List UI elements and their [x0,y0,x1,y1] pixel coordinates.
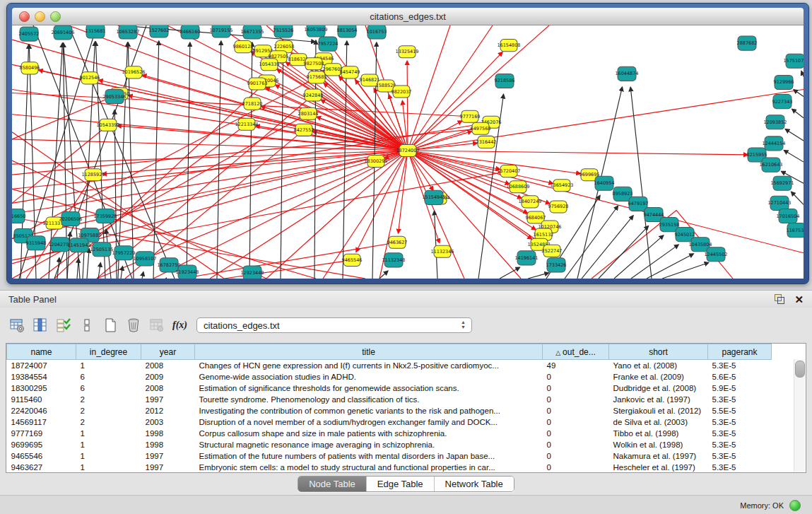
network-node[interactable]: 12445502 [704,247,727,262]
table-scrollbar-thumb[interactable] [795,361,805,378]
network-node[interactable]: 2405572 [19,27,40,41]
network-view-window[interactable]: citations_edges.txt 18724007986012889129… [6,3,809,284]
import-table-icon[interactable] [147,316,166,335]
column-header-out_de[interactable]: △out_de... [543,344,609,360]
network-node[interactable]: 9827508 [304,58,324,70]
table-row[interactable]: 1830029562008Estimation of significance … [7,382,796,394]
network-node[interactable]: 2887682 [737,36,758,50]
network-node[interactable]: 10688609 [506,181,529,193]
network-canvas[interactable]: 1872400798601288912954222605898275051054… [12,25,804,279]
column-header-short[interactable]: short [609,344,708,360]
tab-network-table[interactable]: Network Table [435,477,514,491]
network-node[interactable]: 29053346 [102,90,126,104]
table-row[interactable]: 911546021997Tourette syndrome. Phenomeno… [7,394,796,405]
table-row[interactable]: 1456911722003Disruption of a novel membe… [7,416,796,428]
network-node[interactable]: 20206506 [59,211,82,226]
table-row[interactable]: 977716911998Corpus callosum shape and si… [7,428,796,439]
column-header-year[interactable]: year [141,344,195,360]
tab-node-table[interactable]: Node Table [298,477,367,491]
network-node[interactable]: 9463627 [387,236,408,248]
network-window-titlebar[interactable]: citations_edges.txt [12,8,804,25]
network-node[interactable]: 18407249 [518,196,541,208]
network-node[interactable]: 9012546 [80,72,100,84]
network-node[interactable]: 6497568 [471,122,491,134]
network-node[interactable]: 16210643 [759,158,782,172]
network-node[interactable]: 8813054 [337,25,358,37]
network-node[interactable]: 1016753 [367,25,387,39]
network-node[interactable]: 2316442 [476,136,497,148]
network-node[interactable]: 18724007 [396,144,419,156]
network-node[interactable]: 9756928 [548,201,569,213]
network-node[interactable]: 12923448 [240,266,264,279]
network-node[interactable]: 9227343 [772,95,793,109]
network-node[interactable]: 9175685 [307,71,327,83]
network-node[interactable]: 20691406 [51,25,74,40]
tab-edge-table[interactable]: Edge Table [367,477,435,491]
network-node[interactable]: 9242848 [303,89,324,101]
table-row[interactable]: 969969511998Structural magnetic resonanc… [7,439,796,450]
network-node[interactable]: 8580496 [20,62,40,74]
network-node[interactable]: 18300295 [364,156,387,168]
network-node[interactable]: 1733426 [546,258,567,272]
network-node[interactable]: 11285921 [81,169,105,181]
network-node[interactable]: 16154808 [497,40,520,52]
network-node[interactable]: 11132346 [430,245,454,257]
network-node[interactable]: 17957229 [112,246,135,260]
network-node[interactable]: 7957224 [318,37,339,51]
network-node[interactable]: 8466160 [180,25,201,39]
citation-network-graph[interactable]: 1872400798601288912954222605898275051054… [12,25,804,279]
network-node[interactable]: 1527602 [149,25,170,37]
network-node[interactable]: 1167533 [787,223,804,238]
network-node[interactable]: 14196141 [514,251,538,265]
column-header-pagerank[interactable]: pagerank [708,344,772,360]
network-node[interactable]: 1640954 [594,176,615,190]
network-node[interactable]: 13654923 [550,180,573,192]
zoom-window-icon[interactable] [50,11,61,22]
network-node[interactable]: 10196526 [122,66,145,78]
network-node[interactable]: 9860128 [233,41,254,53]
table-row[interactable]: 1872400712008Changes of HCN gene express… [7,360,796,372]
network-node[interactable]: 2522747 [542,245,563,257]
float-panel-icon[interactable] [775,294,784,304]
network-node[interactable]: 9218586 [495,74,515,88]
network-node[interactable]: 16671355 [240,25,264,39]
network-node[interactable]: 13325419 [395,46,418,58]
network-node[interactable]: 17359928 [93,209,117,223]
network-node[interactable]: 8454749 [340,66,360,78]
table-row[interactable]: 946554611997Estimation of the future num… [7,450,796,462]
network-node[interactable]: 9777169 [460,110,481,122]
network-node[interactable]: 16044874 [615,66,638,81]
network-node[interactable]: 2516650 [12,209,25,223]
network-node[interactable]: 7515526 [273,25,294,37]
network-node[interactable]: 10653287 [116,25,139,39]
network-node[interactable]: 15692971 [770,176,794,190]
delete-icon[interactable] [124,316,143,335]
column-header-in_degree[interactable]: in_degree [76,344,141,360]
network-node[interactable]: 11451943 [67,238,90,252]
network-node[interactable]: 11923448 [175,265,199,279]
close-panel-icon[interactable]: ✕ [794,294,804,305]
column-header-title[interactable]: title [195,344,543,360]
network-node[interactable]: 12710443 [767,196,791,210]
network-node[interactable]: 17016504 [776,209,799,223]
network-node[interactable]: 9129966 [774,75,794,89]
close-window-icon[interactable] [19,11,30,22]
network-node[interactable]: 9315948 [26,236,47,250]
select-rows-icon[interactable] [54,316,73,335]
network-node[interactable]: 11132348 [382,253,405,267]
new-file-icon[interactable] [100,316,119,335]
toggle-column-icon[interactable] [30,316,49,335]
network-node[interactable]: 8427552 [294,124,314,136]
network-node[interactable]: 2718120 [242,98,263,110]
network-node[interactable]: 9465546 [342,254,363,266]
network-node[interactable]: 10719155 [209,25,233,37]
network-node[interactable]: 10958107 [133,252,156,266]
table-scrollbar[interactable] [794,359,805,472]
hide-column-icon[interactable] [77,316,96,335]
network-node[interactable]: 12505135 [90,243,113,257]
network-node[interactable]: 9822037 [392,86,412,98]
network-node[interactable]: 15154945 [422,190,445,204]
column-header-name[interactable]: name [7,344,76,360]
network-node[interactable]: 15720407 [497,165,520,177]
network-node[interactable]: 10543392 [96,119,119,131]
